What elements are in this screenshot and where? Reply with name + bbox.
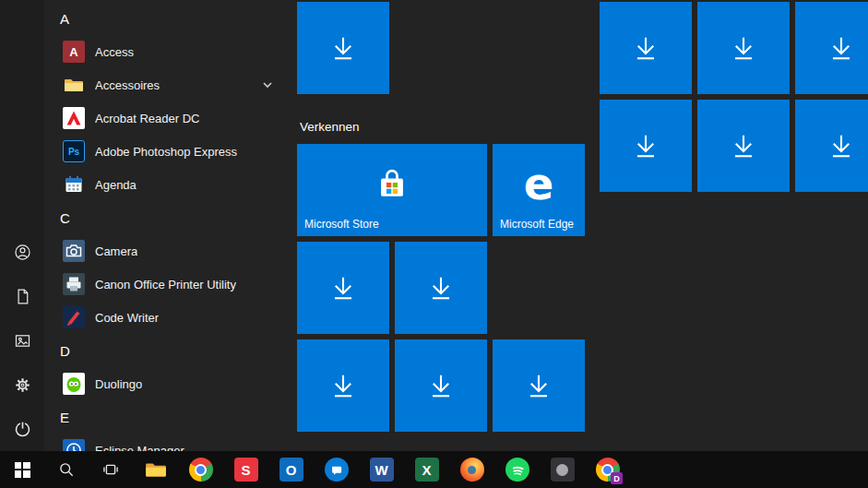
app-item-code-writer[interactable]: Code Writer [44,301,284,334]
app-item-agenda[interactable]: Agenda [44,168,284,201]
taskbar-chrome[interactable] [178,451,223,488]
download-arrow-icon [522,369,555,402]
duolingo-icon [63,373,85,395]
start-rail [0,0,44,451]
task-view-button[interactable] [89,451,133,488]
download-arrow-icon [825,31,858,65]
download-tile[interactable] [600,2,692,94]
taskbar-dark-app[interactable] [540,451,585,488]
download-arrow-icon [424,271,458,304]
download-tile[interactable] [395,242,487,334]
chevron-down-icon[interactable] [262,79,273,90]
section-header-e[interactable]: E [44,400,284,434]
download-tile[interactable] [297,2,389,94]
app-label: Adobe Photoshop Express [95,145,237,159]
excel-icon: X [415,458,439,482]
download-arrow-icon [629,31,662,65]
power-button[interactable] [0,407,44,451]
taskbar-spotify[interactable] [494,451,540,488]
app-label: Accessoires [95,78,160,92]
account-button[interactable] [0,230,44,274]
app-item-accessoires[interactable]: Accessoires [44,68,284,101]
download-tile[interactable] [297,339,389,432]
start-menu: A A Access Accessoires [0,0,868,451]
gear-icon [13,375,32,395]
start-button[interactable] [0,451,44,488]
download-tile[interactable] [795,100,868,192]
app-label: Eclipse Manager [95,444,184,452]
microsoft-store-icon [372,163,412,204]
folder-icon [63,74,85,96]
red-s-app-icon: S [234,458,258,482]
app-item-acrobat-reader[interactable]: Acrobat Reader DC [44,101,284,135]
app-item-camera[interactable]: Camera [44,234,284,268]
app-item-adobe-photoshop-express[interactable]: Ps Adobe Photoshop Express [44,135,284,168]
download-tile[interactable] [697,2,790,94]
windows-desktop: A A Access Accessoires [0,0,868,488]
download-tile[interactable] [395,339,487,432]
tile-microsoft-store[interactable]: Microsoft Store [297,144,487,236]
download-arrow-icon [727,31,760,65]
app-list: A A Access Accessoires [44,0,284,451]
app-label: Access [95,45,134,59]
printer-icon [63,273,85,295]
taskbar-excel[interactable]: X [404,451,449,488]
tile-label: Microsoft Store [304,218,379,231]
download-tile[interactable] [697,100,790,192]
app-label: Camera [95,244,137,258]
section-header-d[interactable]: D [44,334,284,367]
taskbar-firefox[interactable] [449,451,494,488]
code-writer-icon [63,306,85,328]
download-arrow-icon [629,129,662,162]
tile-label: Microsoft Edge [500,218,574,231]
acrobat-reader-icon [63,107,85,129]
task-view-icon [101,460,120,479]
pictures-icon [13,331,32,351]
pictures-button[interactable] [0,318,44,363]
app-item-duolingo[interactable]: Duolingo [44,367,284,400]
taskbar-word[interactable]: W [359,451,404,488]
taskbar-red-s-app[interactable]: S [223,451,268,488]
taskbar: S O W X [0,451,868,488]
taskbar-outlook[interactable]: O [268,451,314,488]
app-item-eclipse-manager[interactable]: Eclipse Manager [44,434,284,451]
spotify-icon [505,458,529,482]
search-icon [57,460,76,479]
settings-button[interactable] [0,363,44,407]
download-arrow-icon [727,129,760,162]
tile-group-title[interactable]: Verkennen [300,120,360,134]
download-tile[interactable] [297,242,389,334]
download-tile[interactable] [795,2,868,94]
taskbar-messaging[interactable] [314,451,359,488]
chrome-icon [189,458,213,482]
section-header-a[interactable]: A [44,2,284,35]
app-label: Duolingo [95,377,142,391]
app-label: Agenda [95,178,137,192]
messaging-icon [325,458,349,482]
taskbar-chrome-profile[interactable]: D [585,451,630,488]
dark-app-icon [551,458,575,482]
windows-logo-icon [15,462,30,478]
tile-microsoft-edge[interactable]: e Microsoft Edge [493,144,585,236]
taskbar-file-explorer[interactable] [133,451,178,488]
download-arrow-icon [327,31,360,65]
documents-button[interactable] [0,274,44,318]
access-app-icon: A [63,41,85,63]
app-label: Acrobat Reader DC [95,112,199,125]
photoshop-express-icon: Ps [63,140,85,162]
profile-badge: D [611,472,623,484]
download-tile[interactable] [493,339,585,432]
download-tile[interactable] [600,100,692,192]
search-button[interactable] [44,451,89,488]
download-arrow-icon [327,369,360,402]
calendar-icon [63,173,85,196]
app-item-canon-office-printer-utility[interactable]: Canon Office Printer Utility [44,268,284,301]
app-item-access[interactable]: A Access [44,35,284,68]
section-header-c[interactable]: C [44,201,284,234]
firefox-icon [460,458,484,482]
download-arrow-icon [424,369,458,402]
account-icon [13,243,32,262]
edge-logo-icon: e [524,161,554,206]
app-label: Code Writer [95,311,159,325]
camera-icon [63,240,85,262]
